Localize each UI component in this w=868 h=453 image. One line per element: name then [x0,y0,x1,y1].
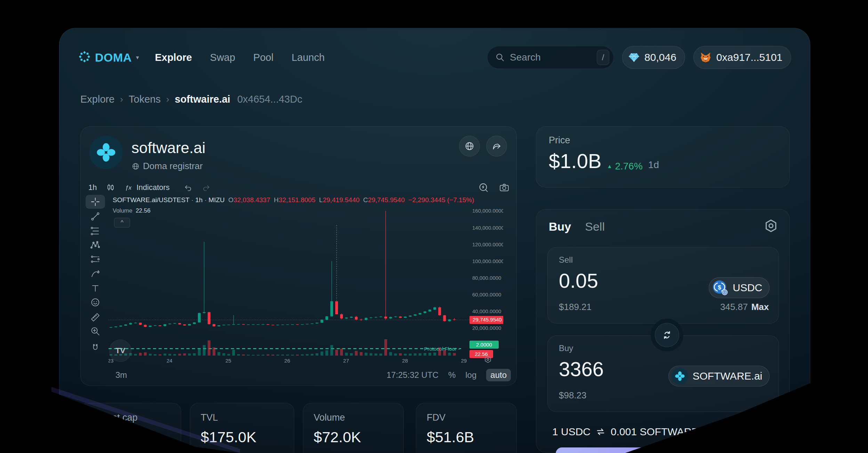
snapshot-button[interactable] [499,182,509,193]
legend-pair: SOFTWARE.ai/USDTEST [113,196,190,204]
alert-button[interactable] [478,182,489,193]
max-button[interactable]: Max [751,302,769,312]
search-box[interactable]: / [487,46,614,69]
candle-style-button[interactable] [106,183,115,192]
chart-bottom-bar: 3m 17:25:32 UTC % log auto [81,368,516,382]
buy-token-selector[interactable]: SOFTWARE.ai [668,366,770,387]
chevron-down-icon[interactable]: ▾ [136,54,139,61]
gem-icon [628,51,640,63]
price-panel: Price $1.0B ▲ 2.76% 1d [536,126,790,188]
stat-label: Volume [314,412,393,423]
usdc-logo-icon: $ [712,279,729,296]
website-button[interactable] [459,136,480,157]
text-tool-button[interactable] [86,281,105,295]
sell-label: Sell [559,255,573,265]
range-button[interactable]: 3m [115,370,127,380]
change-up-icon: ▲ [607,163,612,169]
emoji-tool-button[interactable] [86,295,105,309]
tab-sell[interactable]: Sell [585,220,605,233]
swap-submit-button[interactable] [556,447,771,453]
swap-direction-button[interactable] [655,323,679,347]
price-change: ▲ 2.76% [607,161,643,172]
exchange-rate[interactable]: 1 USDC 0.001 SOFTWARE.AI [552,426,711,438]
chart-settings-icon[interactable] [483,355,492,365]
brand-name: DOMA [95,51,132,64]
sell-balance: 345.87 [720,302,748,312]
trendline-icon [90,211,101,222]
sell-balance-row: 345.87Max [720,302,769,312]
undo-icon [184,183,193,192]
breadcrumb-explore[interactable]: Explore [80,94,114,105]
indicators-button[interactable]: ƒx Indicators [124,183,169,192]
registrar-label: Doma registrar [143,161,203,172]
collapse-legend-button[interactable]: ^ [114,218,130,228]
rate-right: 0.001 SOFTWARE.AI [611,426,711,438]
fib-retracement-icon [90,226,101,236]
text-icon [90,283,101,294]
log-scale-button[interactable]: log [465,370,476,380]
stat-value: $72.0K [314,429,393,446]
buy-amount-input[interactable]: 3366 [559,357,604,381]
price-period: 1d [648,159,659,170]
tv-toolbar: 1h ƒx Indicators [88,180,509,196]
breadcrumb-tokens[interactable]: Tokens [129,94,161,105]
nav-link-launch[interactable]: Launch [291,52,324,63]
magnet-tool-button[interactable] [86,341,105,355]
price-chart[interactable]: 160,000.0000140,000.0000120,000.0000100,… [108,199,503,365]
zoom-in-tool-button[interactable] [86,324,105,338]
breadcrumb-current: softwaire.ai [175,94,231,105]
token-count: 80,046 [644,51,676,63]
stat-label: Market cap [91,412,170,423]
percent-scale-button[interactable]: % [448,370,456,380]
settings-hex-icon [764,218,778,233]
stat-card-fdv: FDV$51.6B▲2.76% [416,403,517,453]
globe-icon [131,162,140,170]
forecast-tool-button[interactable] [86,252,105,266]
swap-arrows-icon [661,329,673,341]
share-button[interactable] [486,136,507,157]
share-icon [491,141,502,151]
price-label: Price [549,135,777,146]
svg-text:160,000.0000: 160,000.0000 [472,208,503,214]
stat-value: $175.0K [201,429,283,446]
trendline-tool-button[interactable] [86,209,105,223]
nav-link-pool[interactable]: Pool [253,52,273,63]
nav-link-explore[interactable]: Explore [155,52,192,63]
sell-amount-input[interactable]: 0.05 [559,269,598,292]
candlestick-icon [106,183,115,192]
interval-button[interactable]: 1h [88,183,97,192]
chart-clock[interactable]: 17:25:32 UTC [386,370,438,380]
buy-usd-value: $98.23 [559,390,587,401]
redo-button[interactable] [202,183,211,192]
clover-logo-icon [96,142,116,162]
tradingview-logo[interactable]: TV [109,340,131,362]
brand[interactable]: DOMA ▾ [78,50,139,65]
tab-buy[interactable]: Buy [549,220,571,233]
quick-alert-icon [478,182,489,193]
sell-token-selector[interactable]: $ USDC [709,277,770,298]
svg-text:27: 27 [343,358,349,364]
undo-button[interactable] [184,183,193,192]
stat-value: $51.6B [427,429,506,446]
token-count-pill[interactable]: 80,046 [622,46,685,69]
ruler-tool-button[interactable] [86,310,105,324]
fib-retracement-tool-button[interactable] [86,224,105,238]
svg-text:120,000.0000: 120,000.0000 [472,241,503,247]
magnet-icon [90,343,101,353]
auto-scale-button[interactable]: auto [486,369,511,381]
doma-flower-icon [78,50,91,65]
crosshair-tool-button[interactable] [86,195,105,209]
search-input[interactable] [510,52,597,63]
wallet-pill[interactable]: 0xa917...5101 [693,46,791,69]
svg-text:100,000.0000: 100,000.0000 [472,258,503,264]
app-window: DOMA ▾ ExploreSwapPoolLaunch / [59,28,810,453]
wallet-address: 0xa917...5101 [716,51,782,63]
breadcrumb-address: 0x4654...43Dc [237,94,302,105]
stat-card-volume: Volume$72.0K▲2.76% [303,403,404,453]
brush-icon [90,269,101,279]
nav-link-swap[interactable]: Swap [210,52,235,63]
xabcd-pattern-tool-button[interactable] [86,238,105,252]
price-value: $1.0B [549,149,602,173]
swap-settings-button[interactable] [764,218,778,235]
brush-tool-button[interactable] [86,267,105,281]
